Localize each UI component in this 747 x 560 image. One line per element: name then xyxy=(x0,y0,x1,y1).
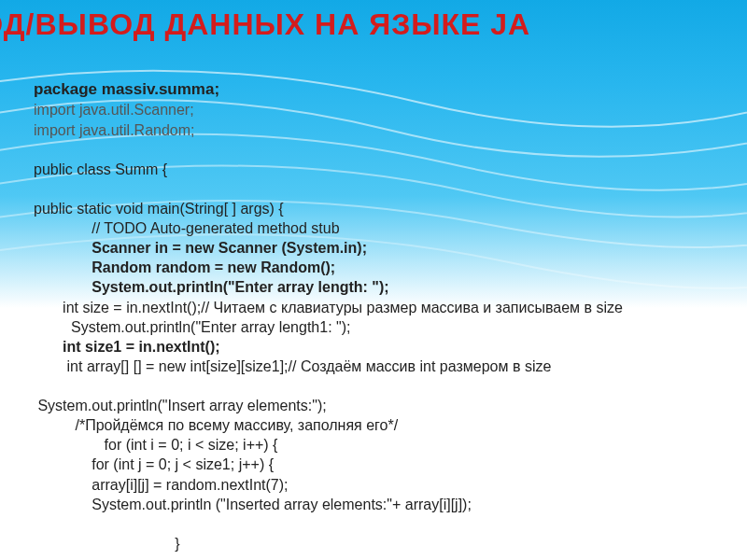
code-line: } xyxy=(34,536,179,552)
code-line: array[i][j] = random.nextInt(7); xyxy=(34,477,289,493)
code-line: /*Пройдёмся по всему массиву, заполняя е… xyxy=(34,417,398,433)
code-line: for (int j = 0; j < size1; j++) { xyxy=(34,456,274,472)
code-line: Scanner in = new Scanner (System.in); xyxy=(34,240,367,256)
code-line: for (int i = 0; i < size; i++) { xyxy=(34,437,277,453)
code-block: package massiv.summa; import java.util.S… xyxy=(34,79,728,553)
code-line: System.out.println("Enter array length1:… xyxy=(34,319,351,335)
code-line: import java.util.Scanner; xyxy=(34,102,194,118)
code-line: int array[] [] = new int[size][size1];//… xyxy=(34,358,551,374)
code-line: int size1 = in.nextInt(); xyxy=(34,339,220,355)
code-line: Random random = new Random(); xyxy=(34,259,335,275)
code-line: // TODO Auto-generated method stub xyxy=(34,220,340,236)
code-line: public static void main(String[ ] args) … xyxy=(34,201,284,217)
code-line: System.out.println("Insert array element… xyxy=(34,398,327,413)
code-line: System.out.println ("Inserted array elem… xyxy=(34,497,472,512)
code-line: import java.util.Random; xyxy=(34,122,195,138)
slide-title: ВОД/ВЫВОД ДАННЫХ НА ЯЗЫКЕ JA xyxy=(0,7,747,42)
code-line: package massiv.summa; xyxy=(34,80,219,98)
code-line: System.out.println("Enter array length: … xyxy=(34,279,389,295)
slide: ВОД/ВЫВОД ДАННЫХ НА ЯЗЫКЕ JA package mas… xyxy=(0,0,747,560)
code-line: int size = in.nextInt();// Читаем с клав… xyxy=(34,300,623,315)
code-line: public class Summ { xyxy=(34,161,167,177)
